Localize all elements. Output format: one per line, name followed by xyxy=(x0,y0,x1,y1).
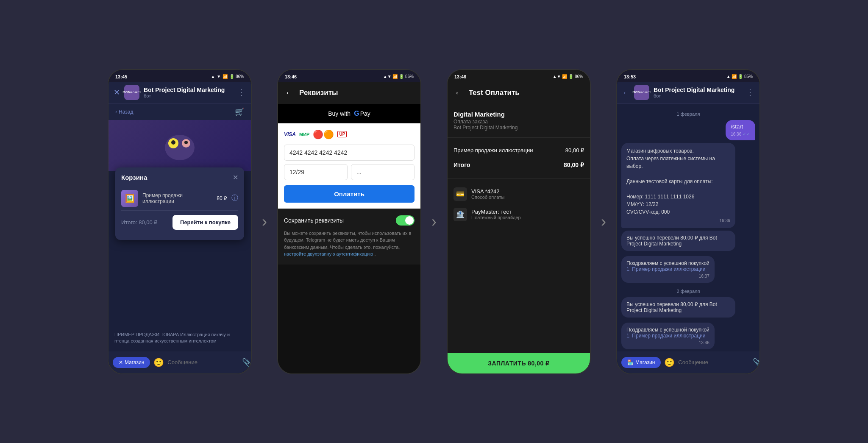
payment-method-section: 💳 VISA *4242 Способ оплаты 🏦 PayMaster: … xyxy=(448,178,590,230)
header-2: ← Реквизиты xyxy=(278,82,420,104)
cart-item-info-icon[interactable]: ⓘ xyxy=(231,194,238,203)
msg-time-in-0: 16:36 xyxy=(626,217,730,224)
card-method-info: VISA *4242 Способ оплаты xyxy=(471,188,504,200)
payment-subtitle: Оплата заказа xyxy=(453,119,584,125)
header-sub-1: бот xyxy=(144,93,237,98)
two-factor-link[interactable]: настройте двухэтапную аутентификацию xyxy=(284,251,373,256)
back-icon-3[interactable]: ← xyxy=(454,87,464,98)
message-input-4[interactable] xyxy=(678,359,749,365)
phone-1: 13:45 ▲ ▼ 📶 🔋 86% ✕ BotPROJECT Bot Proje… xyxy=(108,69,252,374)
arrow-1: › xyxy=(252,213,277,231)
cart-icon[interactable]: 🛒 xyxy=(235,107,244,117)
status-bar-3: 13:46 ▲▼ 📶 🔋 86% xyxy=(448,70,590,82)
checkout-button[interactable]: Перейти к покупке xyxy=(172,215,238,230)
cart-total-row: Итого: 80,00 ₽ Перейти к покупке xyxy=(121,211,238,234)
emoji-icon-1[interactable]: 🙂 xyxy=(153,357,164,368)
card-details-row xyxy=(284,164,415,184)
payment-card-row: 💳 VISA *4242 Способ оплаты xyxy=(453,184,584,204)
status-time-4: 13:53 xyxy=(624,74,636,79)
date-label-1: 2 февраля xyxy=(621,289,755,294)
menu-icon-1[interactable]: ⋮ xyxy=(237,87,246,98)
status-icons-2: ▲▼ 📶 🔋 86% xyxy=(383,74,414,79)
message-in-0: Магазин цифровых товаров.Оплата через пл… xyxy=(621,143,755,228)
back-button[interactable]: ‹ Назад xyxy=(115,109,133,115)
arrow-2: › xyxy=(421,213,447,231)
save-label: Сохранить реквизиты xyxy=(284,217,344,224)
card-method-name: VISA *4242 xyxy=(471,188,504,195)
date-label-0: 1 февраля xyxy=(621,111,755,117)
back-icon-2[interactable]: ← xyxy=(285,87,294,98)
cart-item-name: Пример продажи иллюстрации xyxy=(142,192,212,204)
visa-logo: VISA xyxy=(284,131,296,137)
cart-item-image: 🖼️ xyxy=(121,190,138,207)
message-input-1[interactable] xyxy=(167,359,239,365)
payment-total-label: Итого xyxy=(453,162,470,168)
congrats-link-2: 1. Пример продажи иллюстрации xyxy=(626,333,709,339)
status-icons-3: ▲▼ 📶 🔋 86% xyxy=(553,74,583,79)
gpay-label: Buy with xyxy=(328,110,351,117)
header-4: ← BotPROJECT Bot Project Digital Marketi… xyxy=(617,82,760,104)
mir-logo: МИР xyxy=(299,132,309,137)
menu-icon-4[interactable]: ⋮ xyxy=(746,87,754,98)
payment-total-price: 80,00 ₽ xyxy=(564,162,584,168)
input-bar-1: ✕ Магазин 🙂 📎 📷 xyxy=(108,351,251,373)
expiry-input[interactable] xyxy=(284,164,348,180)
status-bar-4: 13:53 ▲ 📶 🔋 85% xyxy=(617,70,760,82)
back-bar: ‹ Назад 🛒 xyxy=(108,104,251,120)
msg-time-0: 16:36 ✓✓ xyxy=(731,131,750,137)
phone-3: 13:46 ▲▼ 📶 🔋 86% ← Test Оплатить Digital… xyxy=(447,69,591,374)
message-bubble-in-0: Магазин цифровых товаров.Оплата через пл… xyxy=(621,143,735,228)
chat-body-4: 1 февраля /start 16:36 ✓✓ Магазин цифров… xyxy=(617,104,760,373)
shop-button-1[interactable]: ✕ Магазин xyxy=(113,357,150,368)
card-form: VISA МИР 🔴🟠 UP Оплатить xyxy=(278,123,420,209)
provider-method-icon: 🏦 xyxy=(453,208,467,221)
card-number-input[interactable] xyxy=(284,145,415,161)
save-toggle[interactable] xyxy=(396,215,415,226)
status-bar-1: 13:45 ▲ ▼ 📶 🔋 86% xyxy=(108,70,251,82)
cart-total-label: Итого: 80,00 ₽ xyxy=(121,219,157,226)
svg-point-3 xyxy=(171,140,175,145)
phone-4: 13:53 ▲ 📶 🔋 85% ← BotPROJECT Bot Project… xyxy=(616,69,760,374)
payment-item-name-0: Пример продажи иллюстрации xyxy=(453,147,533,153)
screen1-body: ‹ Назад 🛒 xyxy=(108,104,251,373)
cart-close-button[interactable]: ✕ xyxy=(233,173,238,181)
congrats-link-1: 1. Пример продажи иллюстрации xyxy=(626,266,709,272)
bot-avatar-1: BotPROJECT xyxy=(124,85,139,100)
provider-method-name: PayMaster: тест xyxy=(471,209,521,215)
svg-point-0 xyxy=(165,135,195,160)
svg-point-4 xyxy=(184,141,188,144)
card-method-icon: 💳 xyxy=(453,187,467,201)
pay-button-2[interactable]: Оплатить xyxy=(284,185,415,203)
header-1: ✕ BotPROJECT Bot Project Digital Marketi… xyxy=(108,82,251,104)
screen3-title: Test Оплатить xyxy=(469,89,520,97)
phone-2: 13:46 ▲▼ 📶 🔋 86% ← Реквизиты Buy with G … xyxy=(277,69,421,374)
congrats-msg-1: Поздравляем с успешной покупкой 1. Приме… xyxy=(621,256,715,283)
success-transfer-1: Вы успешно перевели 80,00 ₽ для Bot Proj… xyxy=(621,231,735,251)
save-description: Вы можете сохранить реквизиты, чтобы исп… xyxy=(284,230,415,258)
back-icon-4[interactable]: ← xyxy=(622,88,631,98)
payment-provider: Bot Project Digital Marketing xyxy=(453,125,584,131)
shop-button-4[interactable]: 🏪 Магазин xyxy=(621,357,661,368)
provider-method-label: Платёжный провайдер xyxy=(471,215,521,220)
gpay-banner[interactable]: Buy with G Pay xyxy=(278,104,420,123)
screen3-body: Digital Marketing Оплата заказа Bot Proj… xyxy=(448,104,590,373)
status-icons-1: ▲ ▼ 📶 🔋 86% xyxy=(211,74,244,79)
payment-items: Пример продажи иллюстрации 80,00 ₽ Итого… xyxy=(448,138,590,178)
status-time-3: 13:46 xyxy=(454,74,466,79)
close-icon[interactable]: ✕ xyxy=(114,88,120,97)
cart-modal-header: Корзина ✕ xyxy=(121,173,238,181)
header-title-4: Bot Project Digital Marketing xyxy=(654,86,746,93)
header-3: ← Test Оплатить xyxy=(448,82,590,104)
chevron-left-icon: ‹ xyxy=(115,109,117,115)
message-in-transfer-1: Вы успешно перевели 80,00 ₽ для Bot Proj… xyxy=(621,231,755,254)
bot-avatar-4: BotPROJECT xyxy=(634,85,649,100)
mastercard-logo: 🔴🟠 xyxy=(313,129,334,139)
status-bar-2: 13:46 ▲▼ 📶 🔋 86% xyxy=(278,70,420,82)
pay-green-button[interactable]: ЗАПЛАТИТЬ 80,00 ₽ xyxy=(448,353,590,373)
cvv-input[interactable] xyxy=(351,164,415,180)
attachment-icon-4[interactable]: 📎 xyxy=(753,358,760,367)
success-transfer-2: Вы успешно перевели 80,00 ₽ для Bot Proj… xyxy=(621,297,735,318)
attachment-icon-1[interactable]: 📎 xyxy=(242,358,251,367)
product-illustration xyxy=(108,120,251,171)
emoji-icon-4[interactable]: 🙂 xyxy=(664,357,675,368)
